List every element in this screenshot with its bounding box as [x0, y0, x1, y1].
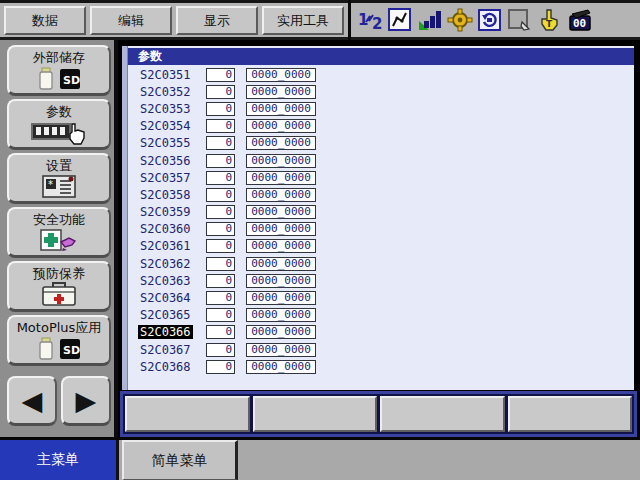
- parameter-value[interactable]: 0: [206, 239, 235, 253]
- bottom-bar: 主菜单 简单菜单: [0, 437, 640, 480]
- parameter-row[interactable]: S2C0357 0 0000_0000: [128, 169, 634, 186]
- parameter-value[interactable]: 0: [206, 188, 235, 202]
- parameter-row[interactable]: S2C0361 0 0000_0000: [128, 238, 634, 255]
- parameter-bits[interactable]: 0000_0000: [246, 68, 316, 82]
- cycle-mode-icon: [446, 7, 473, 33]
- parameter-name: S2C0368: [138, 360, 204, 374]
- parameter-bits[interactable]: 0000_0000: [246, 188, 316, 202]
- menu-data-button[interactable]: 数据: [4, 6, 86, 35]
- sidebar-item-external-storage[interactable]: 外部储存 SD: [7, 45, 111, 96]
- parameter-row[interactable]: S2C0354 0 0000_0000: [128, 118, 634, 135]
- parameter-value[interactable]: 0: [206, 291, 235, 305]
- function-key-3[interactable]: [380, 396, 505, 432]
- parameter-value[interactable]: 0: [206, 136, 235, 150]
- parameter-list: S2C0351 0 0000_0000 S2C0352 0 0000_0000 …: [128, 66, 634, 375]
- parameter-row[interactable]: S2C0362 0 0000_0000: [128, 255, 634, 272]
- parameter-row[interactable]: S2C0356 0 0000_0000: [128, 152, 634, 169]
- sidebar-item-safety-function[interactable]: 安全功能: [7, 207, 111, 258]
- parameter-value[interactable]: 0: [206, 68, 235, 82]
- parameter-bits[interactable]: 0000_0000: [246, 343, 316, 357]
- parameter-bits[interactable]: 0000_0000: [246, 291, 316, 305]
- parameter-bits[interactable]: 0000_0000: [246, 308, 316, 322]
- dip-switch-icon: [30, 121, 88, 145]
- function-key-1[interactable]: [125, 396, 250, 432]
- parameter-row[interactable]: S2C0351 0 0000_0000: [128, 66, 634, 83]
- parameter-name: S2C0362: [138, 257, 204, 271]
- parameter-value[interactable]: 0: [206, 360, 235, 374]
- sidebar-item-motoplus-application[interactable]: MotoPlus应用 SD: [7, 315, 111, 366]
- parameter-name: S2C0361: [138, 239, 204, 253]
- parameter-value[interactable]: 0: [206, 205, 235, 219]
- parameter-row[interactable]: S2C0355 0 0000_0000: [128, 135, 634, 152]
- parameter-row[interactable]: S2C0368 0 0000_0000: [128, 358, 634, 375]
- parameter-row[interactable]: S2C0359 0 0000_0000: [128, 204, 634, 221]
- counter-icon: 00: [566, 7, 593, 33]
- menubar: 数据 编辑 显示 实用工具 1 2: [0, 0, 640, 40]
- parameter-value[interactable]: 0: [206, 171, 235, 185]
- function-key-4[interactable]: [508, 396, 633, 432]
- hand-mode-icon: T: [536, 7, 563, 33]
- parameter-name: S2C0360: [138, 222, 204, 236]
- sidebar-item-parameter[interactable]: 参数: [7, 99, 111, 150]
- parameter-value[interactable]: 0: [206, 119, 235, 133]
- first-aid-kit-icon: [39, 283, 79, 307]
- usb-sd-icon: SD: [36, 337, 82, 361]
- svg-text:SD: SD: [63, 74, 80, 87]
- parameter-value[interactable]: 0: [206, 154, 235, 168]
- parameter-name: S2C0363: [138, 274, 204, 288]
- parameter-bits[interactable]: 0000_0000: [246, 85, 316, 99]
- parameter-value[interactable]: 0: [206, 222, 235, 236]
- main-menu-tab[interactable]: 主菜单: [0, 440, 119, 480]
- sidebar-item-label: 预防保养: [33, 266, 85, 282]
- parameter-value[interactable]: 0: [206, 102, 235, 116]
- parameter-value[interactable]: 0: [206, 257, 235, 271]
- function-key-2[interactable]: [253, 396, 378, 432]
- parameter-bits[interactable]: 0000_0000: [246, 274, 316, 288]
- parameter-bits[interactable]: 0000_0000: [246, 171, 316, 185]
- parameter-value[interactable]: 0: [206, 325, 235, 339]
- parameter-row[interactable]: S2C0364 0 0000_0000: [128, 289, 634, 306]
- parameter-bits[interactable]: 0000_0000: [246, 257, 316, 271]
- parameter-row[interactable]: S2C0365 0 0000_0000: [128, 307, 634, 324]
- parameter-bits[interactable]: 0000_0000: [246, 222, 316, 236]
- menu-edit-button[interactable]: 编辑: [90, 6, 172, 35]
- menu-display-button[interactable]: 显示: [176, 6, 258, 35]
- menu-utility-button[interactable]: 实用工具: [262, 6, 344, 35]
- parameter-bits[interactable]: 0000_0000: [246, 360, 316, 374]
- simple-menu-tab[interactable]: 简单菜单: [122, 440, 238, 480]
- parameter-row[interactable]: S2C0363 0 0000_0000: [128, 272, 634, 289]
- parameter-name: S2C0353: [138, 102, 204, 116]
- coordinate-system-icon: [386, 7, 413, 33]
- parameter-name: S2C0351: [138, 68, 204, 82]
- parameter-row[interactable]: S2C0352 0 0000_0000: [128, 83, 634, 100]
- parameter-row[interactable]: S2C0360 0 0000_0000: [128, 221, 634, 238]
- parameter-bits[interactable]: 0000_0000: [246, 136, 316, 150]
- parameter-row[interactable]: S2C0367 0 0000_0000: [128, 341, 634, 358]
- parameter-value[interactable]: 0: [206, 343, 235, 357]
- svg-text:2: 2: [372, 15, 382, 32]
- parameter-value[interactable]: 0: [206, 85, 235, 99]
- status-icon-strip: 1 2: [356, 7, 593, 33]
- parameter-value[interactable]: 0: [206, 308, 235, 322]
- parameter-bits[interactable]: 0000_0000: [246, 102, 316, 116]
- edit-lock-icon: [506, 7, 533, 33]
- sidebar-item-preventive-maintenance[interactable]: 预防保养: [7, 261, 111, 312]
- parameter-name: S2C0358: [138, 188, 204, 202]
- sidebar-item-setup[interactable]: 设置 *: [7, 153, 111, 204]
- parameter-row[interactable]: S2C0358 0 0000_0000: [128, 186, 634, 203]
- parameter-bits[interactable]: 0000_0000: [246, 325, 316, 339]
- page-prev-button[interactable]: ◀: [7, 376, 57, 426]
- parameter-bits[interactable]: 0000_0000: [246, 119, 316, 133]
- sidebar: 外部储存 SD 参数 设置: [0, 40, 118, 437]
- sidebar-item-label: MotoPlus应用: [17, 320, 102, 336]
- parameter-name: S2C0354: [138, 119, 204, 133]
- parameter-bits[interactable]: 0000_0000: [246, 205, 316, 219]
- page-next-button[interactable]: ▶: [61, 376, 111, 426]
- parameter-bits[interactable]: 0000_0000: [246, 154, 316, 168]
- cycle-icon: [476, 7, 503, 33]
- parameter-value[interactable]: 0: [206, 274, 235, 288]
- svg-text:SD: SD: [63, 344, 80, 357]
- parameter-row[interactable]: S2C0353 0 0000_0000: [128, 100, 634, 117]
- parameter-bits[interactable]: 0000_0000: [246, 239, 316, 253]
- parameter-row[interactable]: S2C0366 0 0000_0000: [128, 324, 634, 341]
